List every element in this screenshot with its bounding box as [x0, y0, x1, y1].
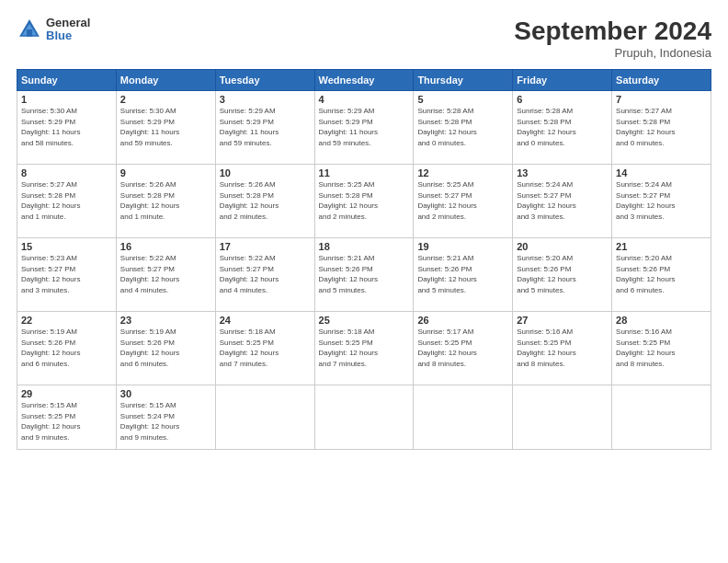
table-row: 13Sunrise: 5:24 AMSunset: 5:27 PMDayligh… — [513, 165, 612, 238]
month-title: September 2024 — [514, 17, 711, 46]
table-row: 11Sunrise: 5:25 AMSunset: 5:28 PMDayligh… — [314, 165, 414, 238]
col-monday: Monday — [116, 70, 215, 91]
day-number: 24 — [220, 315, 311, 326]
day-number: 19 — [417, 241, 508, 252]
day-info: Sunrise: 5:30 AMSunset: 5:29 PMDaylight:… — [120, 106, 211, 148]
day-number: 22 — [21, 315, 112, 326]
day-info: Sunrise: 5:24 AMSunset: 5:27 PMDaylight:… — [616, 179, 707, 222]
table-row: 23Sunrise: 5:19 AMSunset: 5:26 PMDayligh… — [116, 312, 215, 385]
day-info: Sunrise: 5:26 AMSunset: 5:28 PMDaylight:… — [220, 179, 311, 222]
table-row — [215, 385, 314, 450]
table-row: 22Sunrise: 5:19 AMSunset: 5:26 PMDayligh… — [17, 312, 117, 385]
day-number: 4 — [319, 94, 410, 105]
col-wednesday: Wednesday — [314, 70, 414, 91]
svg-rect-2 — [27, 29, 32, 37]
table-row — [513, 385, 612, 450]
table-row: 17Sunrise: 5:22 AMSunset: 5:27 PMDayligh… — [215, 238, 314, 312]
day-number: 14 — [616, 167, 707, 178]
table-row: 3Sunrise: 5:29 AMSunset: 5:29 PMDaylight… — [215, 91, 314, 165]
day-info: Sunrise: 5:18 AMSunset: 5:25 PMDaylight:… — [220, 327, 311, 369]
day-info: Sunrise: 5:21 AMSunset: 5:26 PMDaylight:… — [319, 253, 410, 295]
table-row: 28Sunrise: 5:16 AMSunset: 5:25 PMDayligh… — [612, 312, 711, 385]
day-info: Sunrise: 5:26 AMSunset: 5:28 PMDaylight:… — [120, 179, 211, 222]
day-info: Sunrise: 5:25 AMSunset: 5:27 PMDaylight:… — [417, 179, 508, 222]
day-info: Sunrise: 5:21 AMSunset: 5:26 PMDaylight:… — [417, 253, 508, 295]
location: Prupuh, Indonesia — [514, 46, 711, 60]
table-row: 24Sunrise: 5:18 AMSunset: 5:25 PMDayligh… — [215, 312, 314, 385]
day-info: Sunrise: 5:17 AMSunset: 5:25 PMDaylight:… — [417, 327, 508, 369]
table-row: 10Sunrise: 5:26 AMSunset: 5:28 PMDayligh… — [215, 165, 314, 238]
day-info: Sunrise: 5:19 AMSunset: 5:26 PMDaylight:… — [21, 327, 112, 369]
day-info: Sunrise: 5:22 AMSunset: 5:27 PMDaylight:… — [120, 253, 211, 295]
table-row: 8Sunrise: 5:27 AMSunset: 5:28 PMDaylight… — [17, 165, 117, 238]
day-number: 17 — [220, 241, 311, 252]
day-number: 7 — [616, 94, 707, 105]
day-number: 25 — [319, 315, 410, 326]
calendar-week-row: 8Sunrise: 5:27 AMSunset: 5:28 PMDaylight… — [17, 165, 711, 238]
day-info: Sunrise: 5:30 AMSunset: 5:29 PMDaylight:… — [21, 106, 112, 148]
table-row: 20Sunrise: 5:20 AMSunset: 5:26 PMDayligh… — [513, 238, 612, 312]
day-info: Sunrise: 5:29 AMSunset: 5:29 PMDaylight:… — [319, 106, 410, 148]
day-number: 30 — [120, 388, 211, 399]
title-block: September 2024 Prupuh, Indonesia — [514, 17, 711, 60]
col-thursday: Thursday — [414, 70, 513, 91]
table-row: 2Sunrise: 5:30 AMSunset: 5:29 PMDaylight… — [116, 91, 215, 165]
col-saturday: Saturday — [612, 70, 711, 91]
col-tuesday: Tuesday — [215, 70, 314, 91]
day-number: 23 — [120, 315, 211, 326]
calendar-table: Sunday Monday Tuesday Wednesday Thursday… — [17, 69, 711, 450]
day-number: 9 — [120, 167, 211, 178]
header: General Blue September 2024 Prupuh, Indo… — [17, 17, 711, 60]
day-info: Sunrise: 5:15 AMSunset: 5:24 PMDaylight:… — [120, 400, 211, 442]
day-number: 29 — [21, 388, 112, 399]
day-info: Sunrise: 5:28 AMSunset: 5:28 PMDaylight:… — [417, 106, 508, 148]
day-number: 1 — [21, 94, 112, 105]
day-info: Sunrise: 5:27 AMSunset: 5:28 PMDaylight:… — [616, 106, 707, 148]
logo-blue-text: Blue — [46, 29, 90, 42]
day-number: 15 — [21, 241, 112, 252]
logo: General Blue — [17, 17, 90, 43]
day-info: Sunrise: 5:18 AMSunset: 5:25 PMDaylight:… — [319, 327, 410, 369]
logo-text: General Blue — [46, 17, 90, 43]
logo-general-text: General — [46, 17, 90, 29]
day-info: Sunrise: 5:24 AMSunset: 5:27 PMDaylight:… — [517, 179, 608, 222]
day-info: Sunrise: 5:22 AMSunset: 5:27 PMDaylight:… — [220, 253, 311, 295]
day-number: 27 — [517, 315, 608, 326]
calendar-header-row: Sunday Monday Tuesday Wednesday Thursday… — [17, 70, 711, 91]
day-number: 20 — [517, 241, 608, 252]
day-info: Sunrise: 5:29 AMSunset: 5:29 PMDaylight:… — [220, 106, 311, 148]
day-number: 12 — [417, 167, 508, 178]
table-row: 16Sunrise: 5:22 AMSunset: 5:27 PMDayligh… — [116, 238, 215, 312]
calendar-week-row: 22Sunrise: 5:19 AMSunset: 5:26 PMDayligh… — [17, 312, 711, 385]
day-info: Sunrise: 5:20 AMSunset: 5:26 PMDaylight:… — [616, 253, 707, 295]
calendar-week-row: 29Sunrise: 5:15 AMSunset: 5:25 PMDayligh… — [17, 385, 711, 450]
table-row — [414, 385, 513, 450]
col-friday: Friday — [513, 70, 612, 91]
calendar-week-row: 1Sunrise: 5:30 AMSunset: 5:29 PMDaylight… — [17, 91, 711, 165]
table-row: 1Sunrise: 5:30 AMSunset: 5:29 PMDaylight… — [17, 91, 117, 165]
day-number: 16 — [120, 241, 211, 252]
col-sunday: Sunday — [17, 70, 117, 91]
table-row: 15Sunrise: 5:23 AMSunset: 5:27 PMDayligh… — [17, 238, 117, 312]
table-row: 26Sunrise: 5:17 AMSunset: 5:25 PMDayligh… — [414, 312, 513, 385]
day-number: 10 — [220, 167, 311, 178]
table-row: 25Sunrise: 5:18 AMSunset: 5:25 PMDayligh… — [314, 312, 414, 385]
day-number: 21 — [616, 241, 707, 252]
day-number: 11 — [319, 167, 410, 178]
day-info: Sunrise: 5:15 AMSunset: 5:25 PMDaylight:… — [21, 400, 112, 442]
table-row: 18Sunrise: 5:21 AMSunset: 5:26 PMDayligh… — [314, 238, 414, 312]
day-number: 6 — [517, 94, 608, 105]
day-info: Sunrise: 5:28 AMSunset: 5:28 PMDaylight:… — [517, 106, 608, 148]
day-info: Sunrise: 5:16 AMSunset: 5:25 PMDaylight:… — [517, 327, 608, 369]
day-number: 8 — [21, 167, 112, 178]
day-number: 3 — [220, 94, 311, 105]
table-row: 21Sunrise: 5:20 AMSunset: 5:26 PMDayligh… — [612, 238, 711, 312]
day-info: Sunrise: 5:16 AMSunset: 5:25 PMDaylight:… — [616, 327, 707, 369]
table-row: 29Sunrise: 5:15 AMSunset: 5:25 PMDayligh… — [17, 385, 117, 450]
table-row: 6Sunrise: 5:28 AMSunset: 5:28 PMDaylight… — [513, 91, 612, 165]
table-row — [612, 385, 711, 450]
logo-icon — [17, 17, 42, 42]
day-info: Sunrise: 5:20 AMSunset: 5:26 PMDaylight:… — [517, 253, 608, 295]
table-row: 30Sunrise: 5:15 AMSunset: 5:24 PMDayligh… — [116, 385, 215, 450]
table-row: 7Sunrise: 5:27 AMSunset: 5:28 PMDaylight… — [612, 91, 711, 165]
